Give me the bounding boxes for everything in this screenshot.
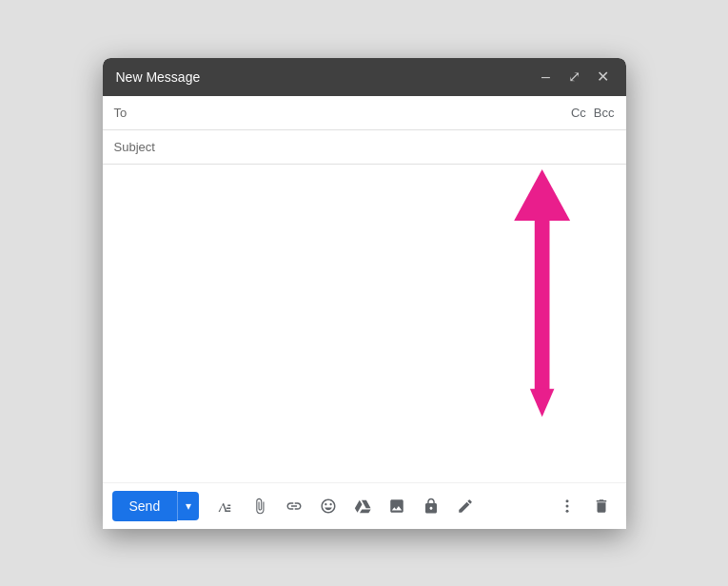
compose-toolbar: Send ▾ (103, 482, 626, 529)
to-input[interactable] (152, 104, 571, 122)
subject-field-row: Subject (103, 130, 626, 165)
photo-button[interactable] (382, 491, 412, 521)
expand-button[interactable]: ⤢ (565, 68, 584, 87)
delete-button[interactable] (586, 491, 617, 521)
emoji-button[interactable] (313, 491, 344, 521)
toolbar-right (552, 491, 617, 521)
link-button[interactable] (279, 491, 309, 521)
close-button[interactable]: ✕ (594, 68, 613, 87)
lock-clock-icon (423, 498, 440, 515)
compose-header[interactable]: New Message – ⤢ ✕ (103, 58, 626, 96)
send-button[interactable]: Send (112, 491, 178, 521)
format-text-icon (217, 498, 234, 515)
photo-icon (388, 498, 405, 515)
emoji-icon (320, 498, 337, 515)
to-field-row: To Cc Bcc (103, 96, 626, 130)
confidential-button[interactable] (416, 491, 446, 521)
more-options-button[interactable] (552, 491, 582, 521)
compose-body-wrapper (103, 165, 626, 482)
bcc-link[interactable]: Bcc (594, 106, 615, 120)
drive-button[interactable] (347, 491, 378, 521)
trash-icon (593, 498, 610, 515)
pen-icon (457, 498, 474, 515)
svg-point-4 (565, 499, 568, 502)
subject-label: Subject (114, 140, 155, 154)
attach-button[interactable] (245, 491, 275, 521)
compose-body-textarea[interactable] (114, 174, 615, 469)
send-dropdown-icon: ▾ (186, 499, 191, 513)
cc-bcc-actions: Cc Bcc (571, 106, 615, 120)
compose-title: New Message (116, 69, 201, 85)
format-text-button[interactable] (210, 491, 241, 521)
link-icon (285, 498, 303, 515)
svg-point-6 (565, 509, 568, 512)
drive-icon (354, 498, 371, 515)
header-actions: – ⤢ ✕ (537, 68, 613, 87)
subject-input[interactable] (155, 138, 615, 156)
compose-body (103, 165, 626, 482)
paperclip-icon (251, 498, 268, 515)
more-vertical-icon (559, 498, 576, 515)
send-dropdown-button[interactable]: ▾ (177, 492, 199, 520)
signature-button[interactable] (450, 491, 481, 521)
send-button-group: Send ▾ (112, 491, 200, 521)
cc-link[interactable]: Cc (571, 106, 586, 120)
compose-window: New Message – ⤢ ✕ To Cc Bcc Subject (103, 58, 626, 529)
to-label: To (114, 106, 152, 120)
svg-point-5 (565, 504, 568, 507)
minimize-button[interactable]: – (537, 68, 556, 87)
